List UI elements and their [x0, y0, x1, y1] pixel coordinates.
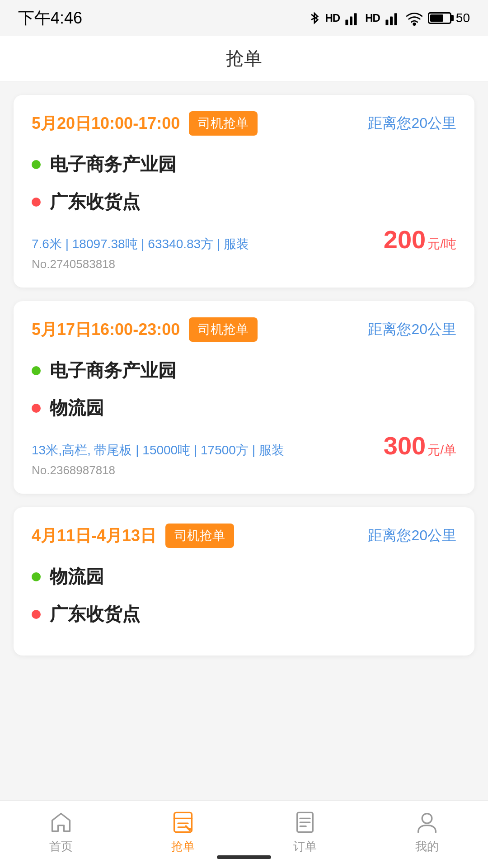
battery-level: 50: [456, 11, 470, 25]
card-details-1: 7.6米 | 18097.38吨 | 63340.83方 | 服装 200 元/…: [32, 227, 456, 271]
pickup-location-1: 电子商务产业园: [32, 152, 456, 177]
grab-badge-3: 司机抢单: [165, 524, 234, 548]
order-date-1: 5月20日10:00-17:00: [32, 113, 180, 135]
bottom-nav: 首页 抢单 订单: [0, 800, 488, 868]
svg-rect-3: [385, 20, 388, 25]
details-row-2: 13米,高栏, 带尾板 | 15000吨 | 17500方 | 服装 300 元…: [32, 433, 456, 459]
pickup-dot-1: [32, 160, 41, 169]
signal-bars2-icon: [385, 10, 401, 26]
status-bar: 下午4:46 HD HD 50: [0, 0, 488, 36]
svg-rect-0: [346, 20, 348, 25]
battery-icon: [428, 12, 451, 24]
order-spec-2: 13米,高栏, 带尾板 | 15000吨 | 17500方 | 服装: [32, 442, 284, 459]
wifi-icon: [405, 10, 423, 26]
delivery-name-3: 广东收货点: [50, 602, 140, 627]
card-header-1: 5月20日10:00-17:00 司机抢单 距离您20公里: [32, 111, 456, 136]
order-price-1: 200 元/吨: [384, 227, 456, 253]
delivery-dot-3: [32, 610, 41, 619]
delivery-dot-1: [32, 198, 41, 207]
order-spec-1: 7.6米 | 18097.38吨 | 63340.83方 | 服装: [32, 236, 249, 253]
order-no-1: No.2740583818: [32, 257, 456, 271]
card-header-3: 4月11日-4月13日 司机抢单 距离您20公里: [32, 524, 456, 548]
pickup-name-1: 电子商务产业园: [50, 152, 176, 177]
order-no-2: No.2368987818: [32, 463, 456, 477]
order-price-2: 300 元/单: [384, 433, 456, 459]
grab-badge-1: 司机抢单: [189, 111, 258, 136]
nav-item-home[interactable]: 首页: [0, 810, 122, 854]
nav-label-grab: 抢单: [171, 839, 195, 854]
price-unit-1: 元/吨: [427, 236, 456, 253]
nav-label-orders: 订单: [293, 839, 317, 854]
signal-hd2-icon: HD: [365, 12, 380, 24]
nav-item-grab[interactable]: 抢单: [122, 810, 244, 854]
delivery-name-1: 广东收货点: [50, 189, 140, 214]
pickup-location-3: 物流园: [32, 564, 456, 589]
svg-rect-1: [350, 16, 352, 25]
content-area: 5月20日10:00-17:00 司机抢单 距离您20公里 电子商务产业园 广东…: [0, 81, 488, 728]
svg-point-11: [189, 829, 190, 830]
price-unit-2: 元/单: [427, 442, 456, 459]
svg-rect-2: [354, 13, 357, 25]
order-card-3[interactable]: 4月11日-4月13日 司机抢单 距离您20公里 物流园 广东收货点: [14, 507, 474, 656]
card-details-2: 13米,高栏, 带尾板 | 15000吨 | 17500方 | 服装 300 元…: [32, 433, 456, 477]
delivery-location-2: 物流园: [32, 396, 456, 420]
pickup-dot-3: [32, 572, 41, 581]
grab-icon: [170, 810, 196, 835]
status-icons: HD HD 50: [308, 10, 470, 26]
delivery-location-1: 广东收货点: [32, 189, 456, 214]
svg-point-6: [413, 23, 415, 25]
nav-label-mine: 我的: [415, 839, 439, 854]
card-header-2: 5月17日16:00-23:00 司机抢单 距离您20公里: [32, 317, 456, 342]
delivery-name-2: 物流园: [50, 396, 104, 420]
pickup-dot-2: [32, 366, 41, 375]
status-time: 下午4:46: [18, 7, 82, 29]
details-row-1: 7.6米 | 18097.38吨 | 63340.83方 | 服装 200 元/…: [32, 227, 456, 253]
home-indicator: [217, 855, 271, 859]
pickup-name-2: 电子商务产业园: [50, 358, 176, 383]
pickup-name-3: 物流园: [50, 564, 104, 589]
price-value-2: 300: [384, 433, 426, 458]
grab-badge-2: 司机抢单: [189, 317, 258, 342]
order-distance-2: 距离您20公里: [368, 320, 456, 340]
delivery-location-3: 广东收货点: [32, 602, 456, 627]
bluetooth-icon: [308, 10, 321, 26]
order-date-3: 4月11日-4月13日: [32, 525, 156, 547]
orders-icon: [292, 810, 318, 835]
page-header: 抢单: [0, 36, 488, 81]
home-icon: [48, 810, 74, 835]
svg-rect-5: [394, 13, 397, 25]
signal-hd-icon: HD: [325, 12, 340, 24]
nav-item-mine[interactable]: 我的: [366, 810, 488, 854]
page-title: 抢单: [226, 46, 262, 71]
svg-point-16: [422, 814, 432, 824]
pickup-location-2: 电子商务产业园: [32, 358, 456, 383]
order-card-1[interactable]: 5月20日10:00-17:00 司机抢单 距离您20公里 电子商务产业园 广东…: [14, 95, 474, 288]
order-date-2: 5月17日16:00-23:00: [32, 319, 180, 341]
order-distance-1: 距离您20公里: [368, 113, 456, 133]
price-value-1: 200: [384, 227, 426, 252]
nav-item-orders[interactable]: 订单: [244, 810, 366, 854]
delivery-dot-2: [32, 404, 41, 413]
signal-bars-icon: [344, 10, 361, 26]
svg-rect-4: [390, 16, 393, 25]
order-distance-3: 距离您20公里: [368, 526, 456, 546]
mine-icon: [414, 810, 440, 835]
order-card-2[interactable]: 5月17日16:00-23:00 司机抢单 距离您20公里 电子商务产业园 物流…: [14, 301, 474, 494]
nav-label-home: 首页: [49, 839, 73, 854]
